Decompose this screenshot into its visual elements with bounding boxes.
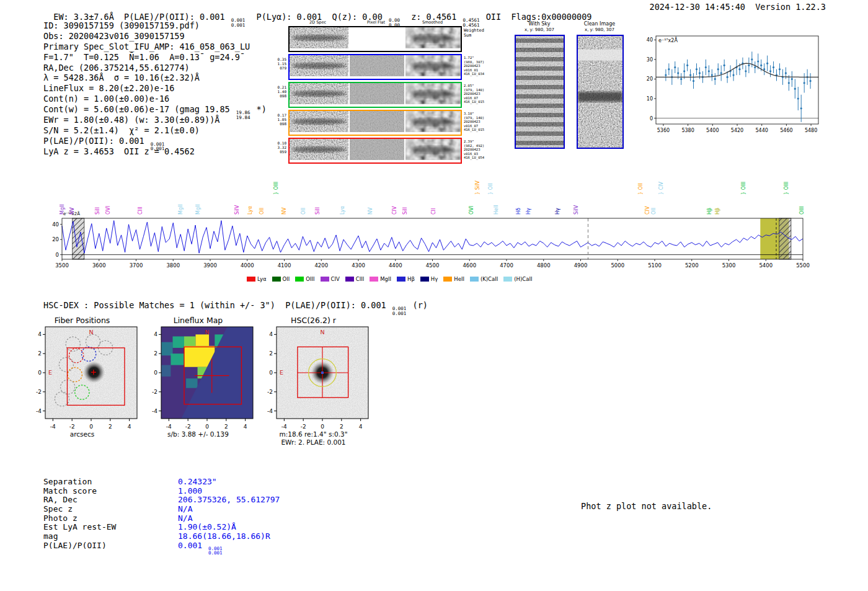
spec2d-row: 0.351.150791.72"(980, 307)20200423v016_0… [288,54,462,80]
smoothed-image [405,27,461,48]
emission-line-label: CIV [645,206,650,215]
fiber-positions-title: Fiber Positions [22,316,143,325]
legend-swatch [397,277,405,282]
lineflux-map-title: Lineflux Map [138,316,259,325]
center-marker [321,371,324,374]
withsky-coords: x, y: 980, 307 [508,27,570,32]
spec2d-image [290,83,348,104]
svg-text:-2: -2 [152,389,157,395]
data-point [689,74,691,76]
masked-region-band [73,218,84,259]
spectrum-line [62,221,803,254]
data-point [711,74,713,76]
emission-line-label: } SiIV [475,180,480,195]
data-point [686,64,688,66]
match-table-row: Est LyA rest-EW1.90(±0.52)Å [43,523,280,532]
svg-text:-2: -2 [69,424,75,430]
legend-swatch [503,277,512,282]
spec2d-row: 0.103.320592.39"(982, 492)20200423v016_0… [288,138,462,164]
svg-text:5300: 5300 [722,262,736,269]
compass-east-label: E [48,369,52,376]
svg-text:5360: 5360 [657,128,670,133]
svg-text:4100: 4100 [278,262,291,269]
spec2d-image [290,111,348,132]
emission-line-label: SiII [402,207,408,215]
pixel-flat-image [350,83,405,104]
emission-line-label: HeII [494,205,499,215]
spec2d-row: WeightedSum [288,26,462,52]
pixel-flat-image [350,55,405,76]
emission-line-label: NV [368,207,373,215]
legend-item: Hβ [397,276,415,282]
legend-label: CIII [356,276,364,282]
match-table-value: 1.000 [178,486,202,495]
emission-line-label: SiII [315,207,321,215]
svg-text:0: 0 [650,116,653,122]
svg-text:4600: 4600 [463,262,476,269]
svg-text:5480: 5480 [805,128,817,133]
data-point [754,66,756,68]
text-line: EWr = 1.80(±0.48) (w: 3.30(±0.89))Å [43,115,267,125]
svg-text:4800: 4800 [537,262,551,269]
svg-text:5000: 5000 [611,262,624,269]
emission-line-label: CII [431,208,436,215]
legend-swatch [247,277,255,282]
spec2d-row-weights: 0.351.15079 [270,57,286,71]
legend-label: CIV [331,276,340,282]
withsky-title: With Sky [508,21,570,27]
compass-north-label: N [320,329,324,335]
photz-note: Phot z plot not available. [581,501,712,511]
svg-text:4: 4 [244,424,247,430]
svg-text:4: 4 [154,331,157,337]
match-table-row: RA, Dec206.375326, 55.612797 [43,495,280,505]
data-point [705,66,707,68]
data-point [763,68,765,70]
svg-text:-4: -4 [152,408,157,414]
pixel-flat-image [350,111,405,132]
data-point [683,70,685,72]
data-point [732,74,734,76]
full-spectrum-plot: 3500360037003800390040004100420043004400… [51,165,813,280]
legend-label: OIII [306,276,314,282]
data-point [708,70,710,72]
hsc-caption-2: EWr: 2. PLAE: 0.001 [253,438,374,446]
spec2d-row-info: 2.05"(979, 140)20200423v016_07416_LU_015 [464,84,484,104]
svg-text:5440: 5440 [756,128,768,133]
smoothed-image [405,55,461,76]
data-point [696,68,698,70]
gaussian-fit-curve [656,63,818,77]
spec2d-row-info: 1.72"(980, 307)20200423v016_01416_LU_034 [464,56,484,76]
match-table-label: RA, Dec [43,495,178,505]
hsc-cutout-title: HSC(26.2) r [253,316,374,325]
data-point [779,68,781,70]
spec2d-row-weights: 0.211.40098 [270,85,286,99]
detection-info-block: ID: 3090157159 (3090157159.pdf)Obs: 2020… [43,20,267,157]
spec2d-image [290,27,348,48]
match-table-row: mag18.66(18.66,18.66)R [43,532,280,541]
data-point [797,97,799,99]
svg-text:4: 4 [359,424,363,430]
spec2d-row: 0.171.050983.10"(979, 140)20200423v016_0… [288,110,462,136]
match-table-row: Match score1.000 [43,487,280,496]
hsc-caption: m:18.6 re:1.4" s:0.3" [253,430,374,438]
emission-line-label: OII [651,208,657,215]
match-table-label: Photo z [43,514,178,523]
emission-line-label: } OIII [741,182,746,195]
flux-units-label: e⁻¹⁷x2Å [658,37,678,43]
svg-text:10: 10 [647,96,653,102]
data-point [757,60,759,62]
svg-text:0: 0 [269,370,273,376]
match-table-value: 0.001 [178,541,207,550]
data-point [693,80,694,82]
cutout-fiber-positions: -4-4-2-2002244NE [22,324,143,430]
data-point [791,78,793,80]
data-point [724,64,725,66]
legend-label: OII [283,276,290,282]
legend-item: (K)CaII [470,276,498,282]
svg-text:5100: 5100 [648,262,662,269]
svg-text:20: 20 [647,76,653,82]
data-point [668,68,670,70]
emission-line-label: NV [281,207,287,215]
spec2d-row-weights: 0.103.32059 [270,141,286,154]
emission-line-label: Hβ [715,208,720,215]
